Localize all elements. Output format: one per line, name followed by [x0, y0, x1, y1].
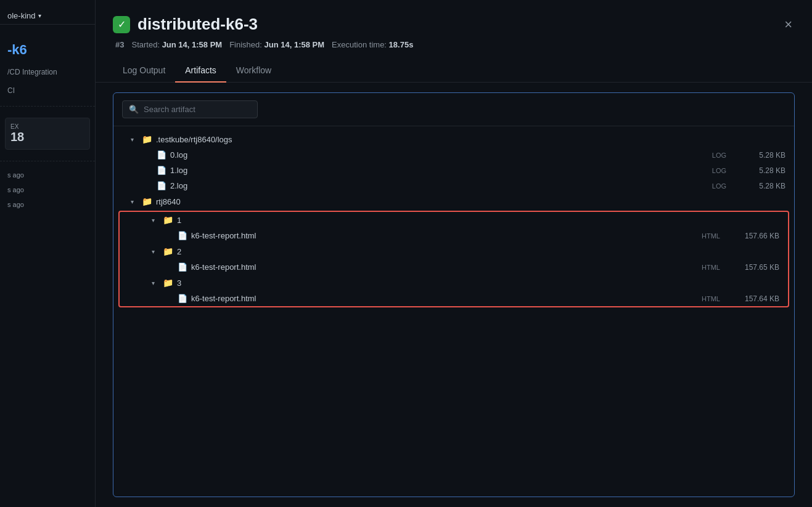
- file-size: 5.28 KB: [742, 151, 785, 160]
- folder-icon: 📁: [163, 215, 173, 225]
- artifacts-panel: 🔍 ▾ 📁 .testkube/rtj8640/logs 📄 0.log LOG…: [113, 92, 795, 497]
- file-icon: 📄: [178, 262, 187, 272]
- sidebar-item-ci[interactable]: CI: [0, 81, 95, 100]
- file-2-log[interactable]: 📄 2.log LOG 5.28 KB: [113, 178, 794, 193]
- chevron-down-icon: ▾: [152, 217, 159, 224]
- file-size: 157.65 KB: [736, 263, 779, 272]
- file-name: k6-test-report.html: [191, 231, 698, 240]
- sidebar: ole-kind ▾ -k6 /CD Integration CI EX 18 …: [0, 0, 96, 507]
- folder-name: rtj8640: [156, 197, 785, 206]
- sidebar-card-label: EX: [10, 123, 84, 130]
- file-type: HTML: [702, 232, 732, 240]
- file-name: 1.log: [170, 166, 708, 175]
- file-name: k6-test-report.html: [191, 262, 698, 272]
- chevron-down-icon: ▾: [38, 12, 41, 19]
- folder-name: 2: [177, 247, 779, 256]
- file-0-log[interactable]: 📄 0.log LOG 5.28 KB: [113, 147, 794, 163]
- file-icon: 📄: [157, 150, 166, 160]
- tab-workflow[interactable]: Workflow: [226, 59, 281, 83]
- folder-testkube-logs[interactable]: ▾ 📁 .testkube/rtj8640/logs: [113, 131, 794, 147]
- sidebar-item-cd-integration[interactable]: /CD Integration: [0, 63, 95, 81]
- page-title: distributed-k6-3: [137, 15, 258, 34]
- file-type: HTML: [702, 295, 732, 302]
- folder-3[interactable]: ▾ 📁 3: [120, 275, 788, 291]
- started-value: Jun 14, 1:58 PM: [162, 40, 223, 49]
- main-content: ✓ distributed-k6-3 × #3 Started: Jun 14,…: [96, 0, 812, 507]
- tab-artifacts[interactable]: Artifacts: [175, 59, 226, 83]
- sidebar-divider-2: [0, 161, 95, 161]
- file-icon: 📄: [178, 231, 187, 240]
- chevron-down-icon: ▾: [152, 248, 159, 255]
- folder-name: 1: [177, 216, 779, 225]
- tabs: Log Output Artifacts Workflow: [96, 59, 812, 83]
- status-icon: ✓: [113, 16, 130, 33]
- chevron-down-icon: ▾: [152, 280, 159, 286]
- file-size: 157.64 KB: [736, 294, 779, 303]
- started-label: Started: Jun 14, 1:58 PM: [131, 40, 222, 49]
- run-number: #3: [115, 40, 124, 49]
- file-icon: 📄: [157, 181, 166, 190]
- sidebar-time-item-1: s ago: [0, 168, 95, 182]
- file-k6-report-2[interactable]: 📄 k6-test-report.html HTML 157.65 KB: [120, 259, 788, 275]
- file-icon: 📄: [178, 294, 187, 303]
- tab-log-output[interactable]: Log Output: [113, 59, 175, 83]
- execution-time-label: Execution time: 18.75s: [332, 40, 413, 49]
- checkmark-icon: ✓: [118, 18, 126, 30]
- highlight-selection-box: ▾ 📁 1 📄 k6-test-report.html HTML 157.66 …: [118, 211, 789, 307]
- file-type: HTML: [702, 264, 732, 271]
- folder-1[interactable]: ▾ 📁 1: [120, 212, 788, 228]
- sidebar-card: EX 18: [5, 118, 90, 150]
- file-k6-report-1[interactable]: 📄 k6-test-report.html HTML 157.66 KB: [120, 228, 788, 243]
- folder-icon: 📁: [163, 278, 173, 288]
- folder-name: 3: [177, 278, 779, 288]
- search-input-wrap: 🔍: [122, 100, 258, 118]
- file-size: 157.66 KB: [736, 232, 779, 240]
- file-type: LOG: [712, 152, 739, 159]
- chevron-down-icon: ▾: [131, 136, 138, 143]
- finished-label: Finished: Jun 14, 1:58 PM: [229, 40, 324, 49]
- execution-time-value: 18.75s: [389, 40, 414, 49]
- file-name: 2.log: [170, 181, 708, 190]
- sidebar-title: -k6: [0, 30, 95, 63]
- header: ✓ distributed-k6-3 × #3 Started: Jun 14,…: [96, 0, 812, 49]
- sidebar-time-item-3: s ago: [0, 197, 95, 212]
- search-input[interactable]: [144, 105, 251, 114]
- sidebar-time-item-2: s ago: [0, 182, 95, 197]
- sidebar-divider: [0, 106, 95, 107]
- file-k6-report-3[interactable]: 📄 k6-test-report.html HTML 157.64 KB: [120, 291, 788, 306]
- finished-value: Jun 14, 1:58 PM: [265, 40, 325, 49]
- sidebar-card-value: 18: [10, 130, 84, 144]
- search-bar: 🔍: [113, 93, 794, 126]
- folder-rtj8640[interactable]: ▾ 📁 rtj8640: [113, 193, 794, 209]
- sidebar-dropdown-label: ole-kind: [7, 11, 36, 20]
- chevron-down-icon: ▾: [131, 198, 138, 205]
- file-type: LOG: [712, 182, 739, 190]
- folder-icon: 📁: [142, 197, 152, 206]
- file-size: 5.28 KB: [742, 182, 785, 190]
- folder-icon: 📁: [163, 246, 173, 256]
- close-button[interactable]: ×: [782, 17, 795, 33]
- file-tree: ▾ 📁 .testkube/rtj8640/logs 📄 0.log LOG 5…: [113, 126, 794, 497]
- folder-name: .testkube/rtj8640/logs: [156, 135, 785, 144]
- folder-icon: 📁: [142, 134, 152, 144]
- header-meta: #3 Started: Jun 14, 1:58 PM Finished: Ju…: [113, 40, 795, 49]
- file-icon: 📄: [157, 166, 166, 175]
- folder-2[interactable]: ▾ 📁 2: [120, 243, 788, 259]
- file-name: 0.log: [170, 150, 708, 160]
- search-icon: 🔍: [129, 105, 139, 114]
- sidebar-dropdown[interactable]: ole-kind ▾: [0, 7, 95, 25]
- file-size: 5.28 KB: [742, 166, 785, 175]
- file-name: k6-test-report.html: [191, 294, 698, 303]
- file-type: LOG: [712, 167, 739, 174]
- file-1-log[interactable]: 📄 1.log LOG 5.28 KB: [113, 163, 794, 178]
